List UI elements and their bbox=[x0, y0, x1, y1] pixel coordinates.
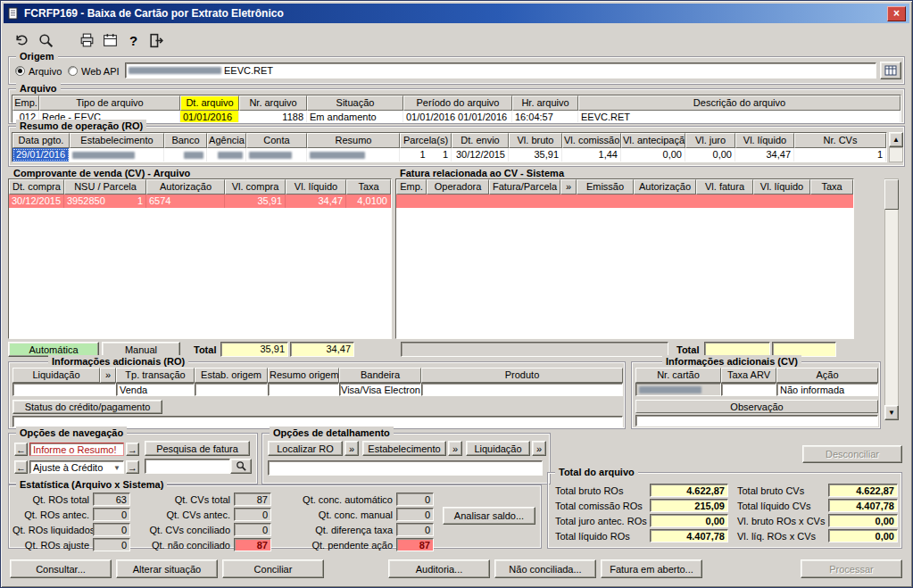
file-path-input[interactable]: EEVC.RET bbox=[125, 62, 876, 79]
header-cell[interactable]: Taxa bbox=[346, 179, 391, 195]
undo-button[interactable] bbox=[10, 29, 32, 51]
header-cell[interactable]: Agência bbox=[207, 133, 246, 148]
ajuste-combo[interactable]: Ajuste à Crédito ▼ bbox=[29, 460, 124, 474]
header-cell-chevron[interactable]: » bbox=[100, 368, 116, 383]
header-cell[interactable]: NSU / Parcela bbox=[64, 179, 146, 195]
header-cell[interactable]: Data pgto. bbox=[12, 133, 70, 148]
exit-button[interactable] bbox=[145, 29, 168, 51]
file-browse-button[interactable] bbox=[880, 62, 901, 79]
header-cell[interactable]: Vl. fatura bbox=[696, 179, 753, 195]
estabelecimento-more-button[interactable]: » bbox=[448, 441, 462, 456]
header-cell[interactable]: Resumo origem bbox=[268, 368, 339, 383]
analisar-saldo-button[interactable]: Analisar saldo... bbox=[443, 507, 535, 525]
header-cell[interactable]: Vl. comissão bbox=[562, 133, 621, 148]
header-cell[interactable]: Vl. bruto bbox=[509, 133, 562, 148]
resumo-prev-button[interactable]: ← bbox=[14, 443, 28, 456]
conciliar-button[interactable]: Conciliar bbox=[222, 559, 324, 578]
auditoria-button[interactable]: Auditoria... bbox=[388, 559, 490, 578]
header-cell[interactable]: Período do arquivo bbox=[403, 95, 512, 111]
header-cell[interactable]: Nr. cartão bbox=[635, 368, 721, 383]
header-cell[interactable]: Hr. arquivo bbox=[512, 95, 578, 111]
parcela-value: 1 bbox=[137, 195, 143, 208]
header-cell[interactable]: Fatura/Parcela bbox=[489, 179, 560, 195]
fatura-row-empty[interactable] bbox=[396, 195, 853, 208]
nao-conciliada-button[interactable]: Não conciliada... bbox=[494, 559, 596, 578]
pesquisa-fatura-button[interactable]: Pesquisa de fatura bbox=[145, 441, 250, 456]
header-cell[interactable]: Resumo bbox=[307, 133, 400, 148]
header-cell[interactable]: Situação bbox=[307, 95, 403, 111]
main-scrollbar-thumb[interactable] bbox=[884, 179, 899, 210]
stat-value-alert: 87 bbox=[396, 538, 434, 551]
header-cell[interactable]: Emp. bbox=[396, 179, 427, 195]
header-cell[interactable]: Vl. juro bbox=[685, 133, 735, 148]
fatura-em-aberto-button[interactable]: Fatura em aberto... bbox=[601, 559, 702, 578]
localizar-ro-more-button[interactable]: » bbox=[344, 441, 359, 456]
header-cell[interactable]: Tipo de arquivo bbox=[39, 95, 180, 111]
header-cell[interactable]: Emissão bbox=[577, 179, 634, 195]
main-scroll-down-button[interactable]: ▼ bbox=[884, 405, 899, 420]
detalhamento-input[interactable] bbox=[268, 460, 543, 476]
radio-arquivo[interactable] bbox=[15, 66, 25, 76]
header-cell[interactable]: Dt. envio bbox=[452, 133, 509, 148]
header-cell[interactable]: Vl. líquido bbox=[753, 179, 810, 195]
ajuste-prev-button[interactable]: ← bbox=[14, 460, 28, 474]
header-cell[interactable]: Autorização bbox=[634, 179, 696, 195]
header-cell-chevron[interactable]: » bbox=[560, 179, 577, 195]
header-cell[interactable]: Emp. bbox=[12, 95, 39, 111]
ro-header-row: Data pgto. Estabelecimento Banco Agência… bbox=[12, 133, 886, 148]
header-cell[interactable]: Vl. compra bbox=[225, 179, 286, 195]
header-cell[interactable]: Ação bbox=[776, 368, 878, 383]
radio-webapi[interactable] bbox=[68, 66, 78, 76]
resumo-next-button[interactable]: → bbox=[126, 443, 139, 456]
header-cell[interactable]: Banco bbox=[164, 133, 207, 148]
total-value: 0,00 bbox=[828, 529, 898, 542]
header-cell[interactable]: Bandeira bbox=[339, 368, 421, 383]
header-cell[interactable]: Parcela(s) bbox=[400, 133, 452, 148]
main-scrollbar-track[interactable] bbox=[884, 178, 899, 420]
consultar-button[interactable]: Consultar... bbox=[10, 559, 112, 578]
status-credito-button[interactable]: Status do crédito/pagamento bbox=[12, 400, 162, 414]
help-button[interactable]: ? bbox=[122, 29, 145, 51]
liquidacao-more-button[interactable]: » bbox=[532, 441, 546, 456]
header-cell[interactable]: Vl. antecipação bbox=[621, 133, 685, 148]
ajuste-next-button[interactable]: → bbox=[126, 460, 139, 474]
header-cell[interactable]: Liquidação bbox=[12, 368, 100, 383]
localizar-ro-button[interactable]: Localizar RO bbox=[268, 441, 343, 456]
ro-scrollbar-track[interactable] bbox=[889, 147, 903, 162]
header-cell[interactable]: Taxa ARV bbox=[721, 368, 776, 383]
header-cell[interactable]: Vl. líquido bbox=[286, 179, 346, 195]
header-cell[interactable]: Conta bbox=[246, 133, 307, 148]
cell-resumo bbox=[307, 148, 400, 161]
header-cell[interactable]: Produto bbox=[421, 368, 623, 383]
cv-row-unconciliated[interactable]: 30/12/2015 3952850 1 6574 35,91 34,47 4,… bbox=[9, 195, 391, 208]
ajuste-combo-value: Ajuste à Crédito bbox=[33, 462, 103, 473]
print-button[interactable] bbox=[76, 29, 98, 51]
fatura-info-field bbox=[401, 342, 668, 357]
search-button[interactable] bbox=[35, 29, 57, 51]
fatura-search-button[interactable] bbox=[230, 459, 252, 474]
header-cell[interactable]: Taxa bbox=[810, 179, 853, 195]
header-cell-sorted[interactable]: Dt. arquivo bbox=[180, 95, 239, 111]
resumo-combo[interactable]: Informe o Resumo! bbox=[29, 443, 124, 456]
header-cell[interactable]: Autorização bbox=[146, 179, 225, 195]
fatura-search-input[interactable] bbox=[145, 459, 230, 474]
estabelecimento-button[interactable]: Estabelecimento bbox=[362, 441, 446, 456]
calendar-button[interactable] bbox=[99, 29, 121, 51]
liquidacao-button[interactable]: Liquidação bbox=[466, 441, 530, 456]
total-value: 4.407,78 bbox=[828, 499, 898, 512]
close-button[interactable]: × bbox=[887, 6, 906, 21]
observacao-field[interactable] bbox=[635, 415, 878, 427]
header-cell[interactable]: Estab. origem bbox=[195, 368, 268, 383]
cell-vl-antecipacao: 0,00 bbox=[621, 148, 685, 161]
header-cell[interactable]: Tp. transação bbox=[116, 368, 195, 383]
header-cell[interactable]: Vl. líquido bbox=[735, 133, 794, 148]
header-cell[interactable]: Nr. CVs bbox=[794, 133, 886, 148]
alterar-situacao-button[interactable]: Alterar situação bbox=[116, 559, 218, 578]
header-cell[interactable]: Nr. arquivo bbox=[239, 95, 307, 111]
ro-scroll-up-button[interactable]: ▲ bbox=[889, 132, 903, 147]
header-cell[interactable]: Estabelecimento bbox=[70, 133, 164, 148]
header-cell[interactable]: Dt. compra bbox=[9, 179, 64, 195]
ro-row[interactable]: 29/01/2016 1 1 30/12/2015 35,91 1,44 0,0… bbox=[12, 148, 886, 161]
header-cell[interactable]: Descrição do arquivo bbox=[578, 95, 901, 111]
header-cell[interactable]: Operadora bbox=[427, 179, 489, 195]
